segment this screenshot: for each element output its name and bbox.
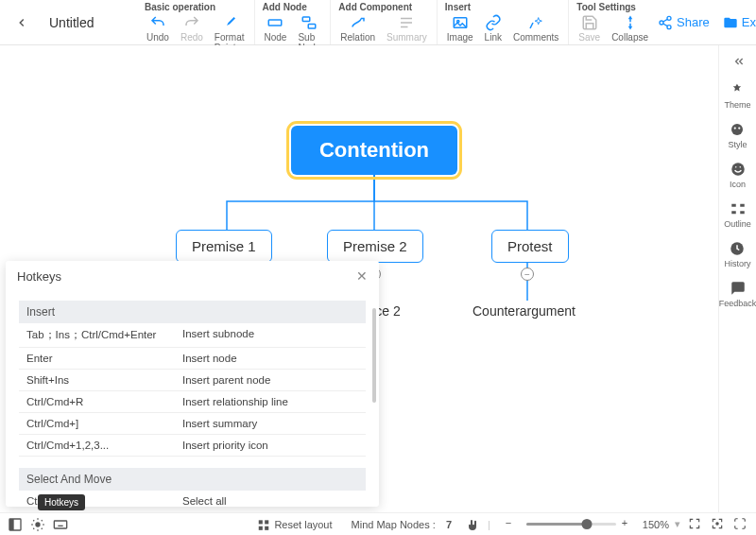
- hotkey-row: EnterInsert node: [19, 348, 366, 370]
- hotkey-row: Shift+InsInsert parent node: [19, 370, 366, 391]
- toolgroup-component: Add Component Relation Summary: [331, 0, 438, 44]
- hotkey-row: Ctrl/Cmd+RInsert relationship line: [19, 391, 366, 413]
- hotkey-row: Tab；Ins；Ctrl/Cmd+EnterInsert subnode: [19, 323, 366, 348]
- svg-rect-13: [731, 211, 736, 214]
- svg-rect-22: [266, 520, 269, 524]
- zoom-out-button[interactable]: −: [506, 517, 521, 532]
- layout-icon[interactable]: [8, 517, 23, 532]
- sidebar-collapse-icon[interactable]: [726, 51, 750, 72]
- root-node[interactable]: Contention: [291, 126, 457, 175]
- right-sidebar: Theme Style Icon Outline History Feedbac…: [718, 45, 756, 512]
- fullscreen-icon[interactable]: [733, 517, 748, 532]
- svg-rect-20: [54, 521, 66, 528]
- toolgroup-insert: Insert Image Link Comments: [438, 0, 570, 44]
- svg-rect-0: [269, 20, 283, 26]
- svg-point-6: [660, 21, 663, 25]
- sidebar-style[interactable]: Style: [726, 119, 748, 151]
- sidebar-outline[interactable]: Outline: [722, 198, 753, 231]
- node-count: Mind Map Nodes : 7: [346, 519, 457, 530]
- svg-rect-24: [266, 526, 269, 529]
- svg-point-5: [667, 16, 671, 20]
- toolgroup-basic: Basic operation Undo Redo Format Painter: [137, 0, 255, 44]
- child-node-3[interactable]: Protest: [491, 230, 569, 263]
- hotkeys-section-select: Select And Move: [19, 468, 366, 491]
- toolbar: Untitled Basic operation Undo Redo Forma…: [0, 0, 756, 45]
- svg-point-7: [667, 25, 671, 28]
- svg-point-19: [35, 522, 40, 526]
- sidebar-feedback[interactable]: Feedback: [717, 278, 756, 310]
- sidebar-theme[interactable]: Theme: [722, 79, 752, 112]
- keyboard-icon[interactable]: [53, 517, 68, 532]
- zoom-value: 150%: [643, 519, 669, 530]
- svg-rect-21: [259, 520, 263, 524]
- comments-button[interactable]: Comments: [509, 12, 562, 44]
- svg-rect-1: [303, 17, 311, 22]
- scrollbar[interactable]: [372, 308, 376, 403]
- hotkeys-tooltip: Hotkeys: [38, 494, 85, 510]
- relation-button[interactable]: Relation: [336, 12, 379, 44]
- back-button[interactable]: [13, 14, 30, 31]
- hotkeys-section-insert: Insert: [19, 301, 366, 323]
- svg-point-9: [734, 127, 736, 129]
- sidebar-history[interactable]: History: [722, 238, 752, 270]
- summary-button[interactable]: Summary: [383, 12, 431, 44]
- svg-point-25: [716, 522, 718, 524]
- svg-rect-14: [740, 204, 745, 207]
- close-icon[interactable]: ✕: [356, 268, 368, 284]
- svg-point-10: [739, 127, 741, 129]
- svg-rect-15: [740, 211, 745, 214]
- svg-rect-2: [309, 25, 317, 29]
- save-button[interactable]: Save: [575, 12, 604, 44]
- hotkey-row: Ctrl/Cmd+1,2,3...Insert priority icon: [19, 435, 366, 457]
- toolgroup-settings: Tool Settings Save Collapse: [569, 0, 658, 44]
- fit-icon[interactable]: [688, 517, 703, 532]
- child-node-1[interactable]: Premise 1: [176, 230, 272, 263]
- child-node-2[interactable]: Premise 2: [327, 230, 423, 263]
- share-button[interactable]: Share: [658, 15, 710, 30]
- zoom-slider[interactable]: [526, 523, 616, 526]
- image-button[interactable]: Image: [443, 12, 477, 44]
- hotkey-row: Ctrl/Cmd+]Insert summary: [19, 413, 366, 435]
- svg-rect-18: [9, 519, 14, 530]
- zoom-control: − + 150% ▾: [506, 517, 680, 532]
- svg-point-11: [731, 163, 745, 176]
- leaf-node-3[interactable]: Counterargument: [472, 303, 576, 319]
- link-button[interactable]: Link: [481, 12, 506, 44]
- hotkeys-title: Hotkeys: [17, 269, 61, 284]
- svg-rect-23: [259, 526, 263, 529]
- document-title[interactable]: Untitled: [49, 15, 94, 30]
- hotkeys-panel: Hotkeys ✕ Insert Tab；Ins；Ctrl/Cmd+EnterI…: [6, 261, 379, 507]
- toolgroup-addnode: Add Node Node Sub Node: [255, 0, 332, 44]
- export-button[interactable]: Export: [723, 15, 756, 30]
- svg-rect-12: [731, 204, 736, 207]
- reset-layout-button[interactable]: Reset layout: [251, 518, 337, 531]
- zoom-in-button[interactable]: +: [622, 517, 637, 532]
- focus-icon[interactable]: [711, 517, 726, 532]
- brightness-icon[interactable]: [30, 517, 45, 532]
- svg-point-8: [731, 124, 743, 135]
- collapse-toggle-3[interactable]: −: [521, 268, 534, 281]
- collapse-button[interactable]: Collapse: [608, 12, 652, 44]
- statusbar: Reset layout Mind Map Nodes : 7 | − + 15…: [0, 512, 756, 535]
- hand-icon[interactable]: [465, 517, 480, 532]
- sidebar-icon[interactable]: Icon: [728, 159, 748, 191]
- hotkeys-body[interactable]: Insert Tab；Ins；Ctrl/Cmd+EnterInsert subn…: [6, 291, 379, 507]
